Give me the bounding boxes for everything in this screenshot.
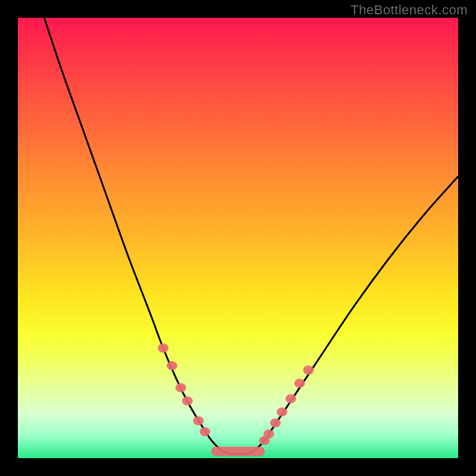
marker-left-1 (167, 361, 177, 370)
marker-right-6 (303, 365, 314, 374)
bottleneck-curve-svg (18, 18, 458, 458)
marker-left-2 (176, 383, 186, 392)
plot-area (18, 18, 458, 458)
marker-right-2 (270, 418, 281, 427)
marker-right-3 (277, 408, 287, 416)
marker-left-5 (200, 427, 211, 436)
chart-frame: TheBottleneck.com (0, 0, 476, 476)
marker-bottom-run (211, 447, 265, 456)
watermark-text: TheBottleneck.com (350, 2, 468, 18)
marker-left-0 (158, 343, 168, 352)
marker-right-4 (286, 394, 296, 403)
marker-right-5 (295, 379, 305, 388)
bottleneck-curve (44, 18, 458, 454)
marker-right-1 (264, 430, 274, 439)
marker-left-4 (193, 416, 203, 425)
marker-left-3 (182, 396, 193, 405)
